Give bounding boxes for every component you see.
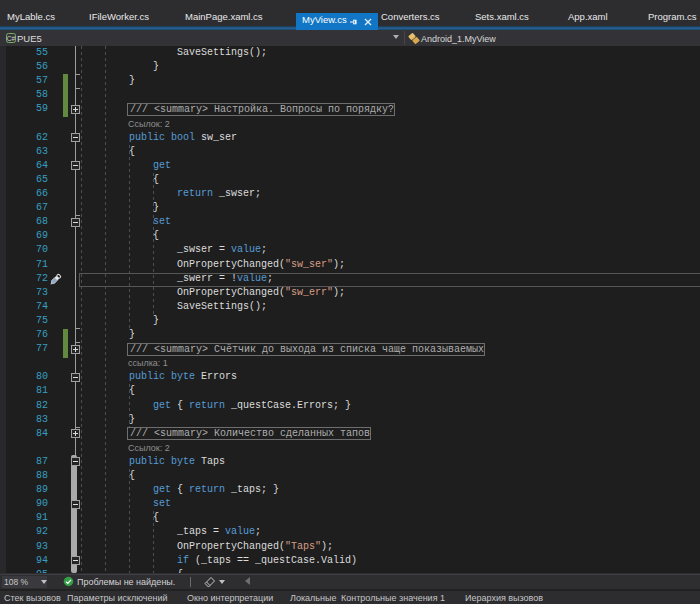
svg-text:C#: C# — [7, 34, 16, 41]
